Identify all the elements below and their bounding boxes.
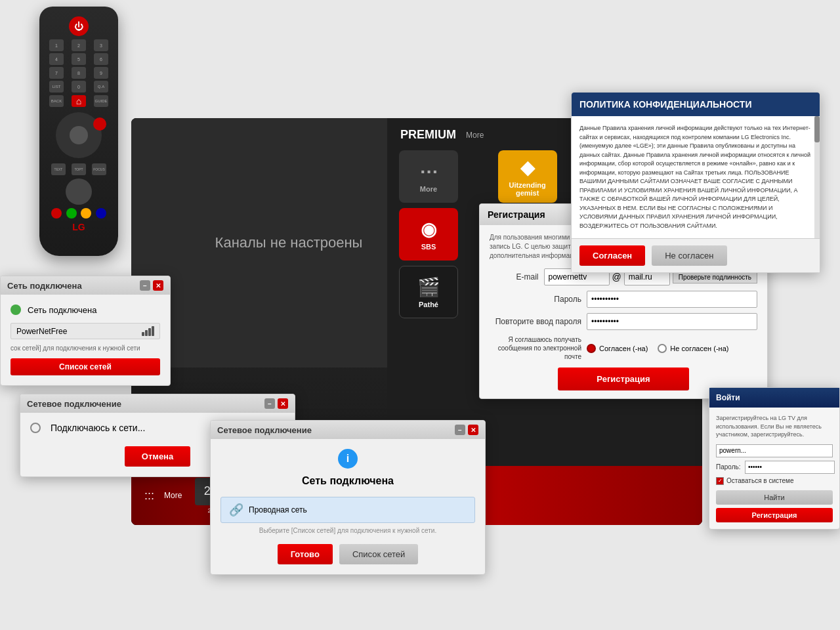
login-password-input[interactable] xyxy=(745,461,835,474)
agree-form-row: Я соглашаюсь получать сообщения по элект… xyxy=(490,335,757,361)
select-hint: Выберите [Список сетей] для подключения … xyxy=(220,527,475,534)
login-description: Зарегистрируйтесь на LG TV для использов… xyxy=(716,414,833,439)
scrollbar-thumb[interactable] xyxy=(814,116,820,142)
dialog-close-btn[interactable]: ✕ xyxy=(153,280,163,291)
nav-center[interactable] xyxy=(70,126,88,144)
power-button[interactable]: ⏻ xyxy=(69,16,89,36)
done-button[interactable]: Готово xyxy=(278,544,333,564)
connecting-text: Подключаюсь к сети... xyxy=(51,423,145,433)
disagree-option[interactable]: Не согласен (-на) xyxy=(658,344,728,353)
repeat-password-input[interactable] xyxy=(587,313,757,330)
btn-topt[interactable]: TOPT xyxy=(72,163,86,175)
btn-1[interactable]: 1 xyxy=(49,39,64,51)
dialog-close-btn2[interactable]: ✕ xyxy=(278,398,288,409)
dialog-minimize-btn[interactable]: − xyxy=(140,280,150,291)
find-button[interactable]: Найти xyxy=(716,490,833,505)
btn-list[interactable]: LIST xyxy=(49,81,64,93)
mic-button[interactable] xyxy=(93,117,106,131)
email-label: E-mail xyxy=(490,272,539,282)
green-button[interactable] xyxy=(66,208,77,219)
network-connected-dialog: Сеть подключена − ✕ Сеть подключена Powe… xyxy=(0,276,171,386)
more-nav-label: More xyxy=(164,491,182,500)
btn-4[interactable]: 4 xyxy=(49,53,64,65)
privacy-header: ПОЛИТИКА КОНФИДЕНЦИАЛЬНОСТИ xyxy=(572,93,820,116)
register-button[interactable]: Регистрация xyxy=(558,368,689,390)
signal-bars xyxy=(142,326,154,336)
connected-bottom-status: Сеть подключена xyxy=(220,475,475,487)
dialog-min-btn2[interactable]: − xyxy=(264,398,275,409)
remote-lg-logo: LG xyxy=(46,222,112,232)
blue-button[interactable] xyxy=(96,208,106,219)
cancel-button[interactable]: Отмена xyxy=(125,446,190,467)
btn-2[interactable]: 2 xyxy=(72,39,86,51)
login-dialog: Войти Зарегистрируйтесь на LG TV для исп… xyxy=(709,387,840,530)
dialog-close-btn3[interactable]: ✕ xyxy=(468,425,478,435)
dialog-min-btn3[interactable]: − xyxy=(455,425,465,435)
repeat-password-label: Повторите ввод пароля xyxy=(490,317,581,326)
network-status-text: Сеть подключена xyxy=(28,305,96,315)
yellow-button[interactable] xyxy=(81,208,91,219)
network-status-dot xyxy=(10,304,21,315)
privacy-text: Данные Правила хранения личной информаци… xyxy=(579,125,810,229)
network-list-button[interactable]: Список сетей xyxy=(10,358,160,375)
privacy-disagree-button[interactable]: Не согласен xyxy=(652,245,726,266)
login-title: Войти xyxy=(716,393,740,402)
network-connected-bottom-dialog: Сетевое подключение − ✕ i Сеть подключен… xyxy=(210,420,486,575)
privacy-scrollbar[interactable] xyxy=(814,116,820,238)
login-register-button[interactable]: Регистрация xyxy=(716,508,833,522)
login-email-row xyxy=(716,444,833,457)
stay-logged-label: Оставаться в системе xyxy=(726,477,793,484)
app-more-label: More xyxy=(420,185,437,193)
app-sbs-label: SBS xyxy=(421,243,436,251)
btn-9[interactable]: 9 xyxy=(94,67,108,79)
back-button[interactable]: BACK xyxy=(49,95,64,107)
password-label: Пароль xyxy=(490,295,581,304)
wired-network-box: 🔗 Проводная сеть xyxy=(220,497,475,523)
connecting-radio xyxy=(30,423,41,433)
red-button[interactable] xyxy=(51,208,62,219)
btn-5[interactable]: 5 xyxy=(72,53,86,65)
privacy-agree-button[interactable]: Согласен xyxy=(579,245,645,266)
privacy-title: ПОЛИТИКА КОНФИДЕНЦИАЛЬНОСТИ xyxy=(579,99,751,110)
disagree-radio[interactable] xyxy=(658,344,667,353)
dots-icon: ::: xyxy=(141,489,158,503)
btn-3[interactable]: 3 xyxy=(94,39,108,51)
network-connected-title: Сеть подключена xyxy=(7,281,82,291)
password-input[interactable] xyxy=(587,291,757,308)
login-password-row: Пароль: xyxy=(716,461,833,474)
home-button[interactable]: ⌂ xyxy=(72,95,86,107)
network-status: Сеть подключена xyxy=(10,304,160,315)
btn-focus[interactable]: FOCUS xyxy=(92,163,106,175)
scroll-wheel[interactable] xyxy=(66,178,92,205)
app-pathe-label: Pathé xyxy=(419,301,438,308)
login-email-input[interactable] xyxy=(716,444,833,457)
login-header: Войти xyxy=(709,388,839,408)
btn-text[interactable]: TEXT xyxy=(51,163,66,175)
more-label[interactable]: More xyxy=(466,131,484,140)
privacy-dialog: ПОЛИТИКА КОНФИДЕНЦИАЛЬНОСТИ Данные Прави… xyxy=(571,92,820,273)
stay-logged-checkbox[interactable]: ✓ xyxy=(716,477,724,485)
app-sbs[interactable]: ◉ SBS xyxy=(399,208,458,261)
btn-7[interactable]: 7 xyxy=(49,67,64,79)
network-conn-bottom-title: Сетевое подключение xyxy=(217,425,312,435)
stay-logged-row[interactable]: ✓ Оставаться в системе xyxy=(716,477,833,485)
btn-qa[interactable]: Q.A xyxy=(94,81,108,93)
radio-row: Согласен (-на) Не согласен (-на) xyxy=(587,344,728,353)
network-name: PowerNetFree xyxy=(16,327,67,336)
guide-button[interactable]: GUIDE xyxy=(94,95,108,107)
btn-6[interactable]: 6 xyxy=(94,53,108,65)
network-list-btn2[interactable]: Список сетей xyxy=(339,544,418,564)
app-more[interactable]: ⋯ More xyxy=(399,150,458,203)
app-uitzending[interactable]: ◆ Uitzending gemist xyxy=(498,150,557,203)
remote-control: ⏻ 1 2 3 4 5 6 7 8 9 LIST 0 Q.A BACK ⌂ GU… xyxy=(39,7,118,256)
agree-radio[interactable] xyxy=(587,344,596,353)
btn-8[interactable]: 8 xyxy=(72,67,86,79)
btn-0[interactable]: 0 xyxy=(72,81,86,93)
app-pathe[interactable]: 🎬 Pathé xyxy=(399,266,458,318)
password-form-row: Пароль xyxy=(490,291,757,308)
registration-title: Регистрация xyxy=(488,209,545,220)
network-hint: сок сетей] для подключения к нужной сети xyxy=(10,345,160,352)
channels-text: Каналы не настроены xyxy=(215,234,363,251)
premium-label: PREMIUM xyxy=(400,128,456,142)
agree-option[interactable]: Согласен (-на) xyxy=(587,344,648,353)
